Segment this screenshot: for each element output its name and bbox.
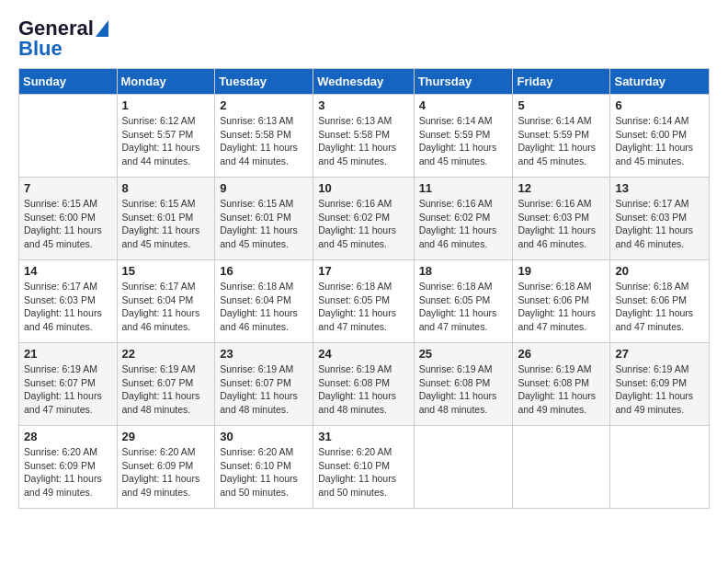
cell-info: Sunrise: 6:18 AMSunset: 6:05 PMDaylight:… [419, 280, 508, 334]
day-number: 1 [122, 98, 210, 112]
cell-info: Sunrise: 6:20 AMSunset: 6:09 PMDaylight:… [122, 445, 210, 500]
cell-info: Sunrise: 6:15 AMSunset: 6:00 PMDaylight:… [24, 197, 112, 251]
cell-info: Sunrise: 6:19 AMSunset: 6:09 PMDaylight:… [615, 362, 704, 417]
day-number: 7 [24, 181, 112, 195]
cell-info: Sunrise: 6:15 AMSunset: 6:01 PMDaylight:… [122, 197, 210, 251]
calendar-cell: 8Sunrise: 6:15 AMSunset: 6:01 PMDaylight… [117, 178, 215, 260]
day-number: 27 [615, 347, 704, 361]
cell-info: Sunrise: 6:17 AMSunset: 6:03 PMDaylight:… [615, 197, 704, 251]
calendar-cell: 9Sunrise: 6:15 AMSunset: 6:01 PMDaylight… [215, 178, 313, 260]
calendar-cell: 14Sunrise: 6:17 AMSunset: 6:03 PMDayligh… [19, 260, 118, 343]
calendar-cell [19, 95, 118, 178]
weekday-header-thursday: Thursday [414, 69, 513, 95]
calendar-cell: 28Sunrise: 6:20 AMSunset: 6:09 PMDayligh… [19, 426, 118, 509]
cell-info: Sunrise: 6:20 AMSunset: 6:10 PMDaylight:… [318, 445, 408, 500]
calendar-cell: 25Sunrise: 6:19 AMSunset: 6:08 PMDayligh… [414, 343, 513, 426]
calendar-header-row: SundayMondayTuesdayWednesdayThursdayFrid… [19, 69, 710, 95]
weekday-header-monday: Monday [117, 69, 215, 95]
day-number: 4 [419, 98, 508, 112]
calendar-cell [414, 426, 513, 509]
calendar-cell: 17Sunrise: 6:18 AMSunset: 6:05 PMDayligh… [313, 260, 414, 343]
cell-info: Sunrise: 6:19 AMSunset: 6:08 PMDaylight:… [318, 362, 408, 417]
cell-info: Sunrise: 6:19 AMSunset: 6:08 PMDaylight:… [518, 362, 605, 417]
cell-info: Sunrise: 6:19 AMSunset: 6:07 PMDaylight:… [122, 362, 210, 417]
logo-arrow-icon [96, 20, 108, 37]
logo: General Blue [18, 18, 108, 59]
calendar-cell: 19Sunrise: 6:18 AMSunset: 6:06 PMDayligh… [513, 260, 610, 343]
cell-info: Sunrise: 6:18 AMSunset: 6:05 PMDaylight:… [318, 280, 408, 334]
calendar-cell: 2Sunrise: 6:13 AMSunset: 5:58 PMDaylight… [215, 95, 313, 178]
day-number: 23 [220, 347, 308, 361]
calendar-cell [513, 426, 610, 509]
day-number: 24 [318, 347, 408, 361]
cell-info: Sunrise: 6:18 AMSunset: 6:04 PMDaylight:… [220, 280, 308, 334]
calendar-cell: 16Sunrise: 6:18 AMSunset: 6:04 PMDayligh… [215, 260, 313, 343]
calendar-cell: 5Sunrise: 6:14 AMSunset: 5:59 PMDaylight… [513, 95, 610, 178]
cell-info: Sunrise: 6:15 AMSunset: 6:01 PMDaylight:… [220, 197, 308, 251]
day-number: 28 [24, 430, 112, 443]
weekday-header-friday: Friday [513, 69, 610, 95]
calendar-cell: 26Sunrise: 6:19 AMSunset: 6:08 PMDayligh… [513, 343, 610, 426]
calendar-cell: 31Sunrise: 6:20 AMSunset: 6:10 PMDayligh… [313, 426, 414, 509]
cell-info: Sunrise: 6:16 AMSunset: 6:02 PMDaylight:… [419, 197, 508, 251]
day-number: 11 [419, 181, 508, 195]
calendar-cell: 24Sunrise: 6:19 AMSunset: 6:08 PMDayligh… [313, 343, 414, 426]
day-number: 22 [122, 347, 210, 361]
cell-info: Sunrise: 6:17 AMSunset: 6:04 PMDaylight:… [122, 280, 210, 334]
weekday-header-wednesday: Wednesday [313, 69, 414, 95]
calendar-cell: 3Sunrise: 6:13 AMSunset: 5:58 PMDaylight… [313, 95, 414, 178]
cell-info: Sunrise: 6:19 AMSunset: 6:07 PMDaylight:… [24, 362, 112, 417]
day-number: 30 [220, 430, 308, 443]
weekday-header-tuesday: Tuesday [215, 69, 313, 95]
calendar-cell: 27Sunrise: 6:19 AMSunset: 6:09 PMDayligh… [610, 343, 710, 426]
logo-blue: Blue [18, 39, 63, 59]
cell-info: Sunrise: 6:20 AMSunset: 6:09 PMDaylight:… [24, 445, 112, 500]
day-number: 25 [419, 347, 508, 361]
calendar-cell: 4Sunrise: 6:14 AMSunset: 5:59 PMDaylight… [414, 95, 513, 178]
calendar-week-row: 14Sunrise: 6:17 AMSunset: 6:03 PMDayligh… [19, 260, 710, 343]
calendar-cell: 23Sunrise: 6:19 AMSunset: 6:07 PMDayligh… [215, 343, 313, 426]
day-number: 21 [24, 347, 112, 361]
calendar-cell: 6Sunrise: 6:14 AMSunset: 6:00 PMDaylight… [610, 95, 710, 178]
calendar-cell [610, 426, 710, 509]
calendar-cell: 20Sunrise: 6:18 AMSunset: 6:06 PMDayligh… [610, 260, 710, 343]
day-number: 18 [419, 264, 508, 278]
calendar-cell: 18Sunrise: 6:18 AMSunset: 6:05 PMDayligh… [414, 260, 513, 343]
cell-info: Sunrise: 6:18 AMSunset: 6:06 PMDaylight:… [518, 280, 605, 334]
day-number: 15 [122, 264, 210, 278]
day-number: 9 [220, 181, 308, 195]
cell-info: Sunrise: 6:18 AMSunset: 6:06 PMDaylight:… [615, 280, 704, 334]
cell-info: Sunrise: 6:12 AMSunset: 5:57 PMDaylight:… [122, 114, 210, 168]
calendar-cell: 11Sunrise: 6:16 AMSunset: 6:02 PMDayligh… [414, 178, 513, 260]
calendar-cell: 1Sunrise: 6:12 AMSunset: 5:57 PMDaylight… [117, 95, 215, 178]
day-number: 16 [220, 264, 308, 278]
cell-info: Sunrise: 6:13 AMSunset: 5:58 PMDaylight:… [318, 114, 408, 168]
calendar-cell: 22Sunrise: 6:19 AMSunset: 6:07 PMDayligh… [117, 343, 215, 426]
day-number: 3 [318, 98, 408, 112]
weekday-header-sunday: Sunday [19, 69, 118, 95]
cell-info: Sunrise: 6:14 AMSunset: 5:59 PMDaylight:… [419, 114, 508, 168]
logo-general: General [18, 18, 94, 39]
page-header: General Blue [18, 18, 710, 59]
day-number: 20 [615, 264, 704, 278]
day-number: 19 [518, 264, 605, 278]
cell-info: Sunrise: 6:19 AMSunset: 6:07 PMDaylight:… [220, 362, 308, 417]
day-number: 26 [518, 347, 605, 361]
day-number: 14 [24, 264, 112, 278]
day-number: 6 [615, 98, 704, 112]
calendar-table: SundayMondayTuesdayWednesdayThursdayFrid… [18, 68, 710, 509]
day-number: 2 [220, 98, 308, 112]
cell-info: Sunrise: 6:14 AMSunset: 6:00 PMDaylight:… [615, 114, 704, 168]
day-number: 10 [318, 181, 408, 195]
cell-info: Sunrise: 6:14 AMSunset: 5:59 PMDaylight:… [518, 114, 605, 168]
calendar-week-row: 28Sunrise: 6:20 AMSunset: 6:09 PMDayligh… [19, 426, 710, 509]
calendar-cell: 15Sunrise: 6:17 AMSunset: 6:04 PMDayligh… [117, 260, 215, 343]
day-number: 8 [122, 181, 210, 195]
cell-info: Sunrise: 6:17 AMSunset: 6:03 PMDaylight:… [24, 280, 112, 334]
weekday-header-saturday: Saturday [610, 69, 710, 95]
day-number: 17 [318, 264, 408, 278]
day-number: 13 [615, 181, 704, 195]
calendar-body: 1Sunrise: 6:12 AMSunset: 5:57 PMDaylight… [19, 95, 710, 509]
calendar-week-row: 21Sunrise: 6:19 AMSunset: 6:07 PMDayligh… [19, 343, 710, 426]
day-number: 29 [122, 430, 210, 443]
